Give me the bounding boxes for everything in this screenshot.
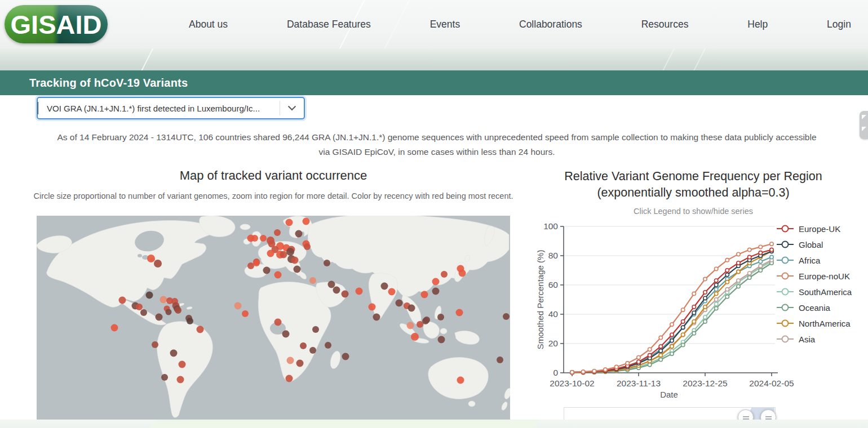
variant-occurrence-dot[interactable] xyxy=(459,270,466,277)
variant-occurrence-dot[interactable] xyxy=(421,291,428,298)
variant-occurrence-dot[interactable] xyxy=(422,318,429,324)
variant-occurrence-dot[interactable] xyxy=(437,314,444,320)
variant-occurrence-dot[interactable] xyxy=(119,297,126,304)
variant-occurrence-dot[interactable] xyxy=(373,314,380,321)
variant-occurrence-dot[interactable] xyxy=(309,277,316,284)
legend-item-africa[interactable]: Africa xyxy=(777,252,867,268)
legend-item-southamerica[interactable]: SouthAmerica xyxy=(777,284,867,300)
variant-occurrence-dot[interactable] xyxy=(286,248,294,256)
variant-occurrence-dot[interactable] xyxy=(441,271,448,278)
legend-item-northamerica[interactable]: NorthAmerica xyxy=(777,315,867,331)
legend-item-global[interactable]: Global xyxy=(777,237,867,252)
variant-occurrence-dot[interactable] xyxy=(324,260,330,266)
variant-occurrence-dot[interactable] xyxy=(282,331,290,338)
variant-occurrence-dot[interactable] xyxy=(274,229,281,236)
variant-occurrence-dot[interactable] xyxy=(396,300,403,307)
variant-occurrence-dot[interactable] xyxy=(342,353,349,360)
variant-occurrence-dot[interactable] xyxy=(432,278,440,286)
variant-occurrence-dot[interactable] xyxy=(170,350,178,357)
variant-occurrence-dot[interactable] xyxy=(147,255,155,262)
variant-occurrence-dot[interactable] xyxy=(291,257,299,264)
variant-occurrence-dot[interactable] xyxy=(411,333,419,341)
variant-occurrence-dot[interactable] xyxy=(356,288,363,295)
variant-occurrence-dot[interactable] xyxy=(260,235,267,242)
variant-occurrence-dot[interactable] xyxy=(263,267,271,274)
variant-occurrence-dot[interactable] xyxy=(287,357,294,364)
variant-occurrence-dot[interactable] xyxy=(251,235,258,242)
variant-occurrence-dot[interactable] xyxy=(274,319,282,326)
variant-occurrence-dot[interactable] xyxy=(187,318,193,324)
variant-occurrence-dot[interactable] xyxy=(154,260,162,268)
variant-occurrence-dot[interactable] xyxy=(296,360,304,367)
variant-occurrence-dot[interactable] xyxy=(457,377,464,384)
variant-occurrence-dot[interactable] xyxy=(342,291,349,298)
variant-occurrence-dot[interactable] xyxy=(274,271,282,279)
variant-occurrence-dot[interactable] xyxy=(146,292,153,299)
variant-select[interactable]: VOI GRA (JN.1+JN.1.*) first detected in … xyxy=(37,97,305,119)
variant-occurrence-dot[interactable] xyxy=(295,230,303,238)
variant-world-map[interactable] xyxy=(37,216,510,420)
variant-occurrence-dot[interactable] xyxy=(179,361,186,368)
side-widget[interactable] xyxy=(860,111,868,139)
variant-occurrence-dot[interactable] xyxy=(333,287,340,294)
variant-occurrence-dot[interactable] xyxy=(497,356,503,363)
legend-item-europe-uk[interactable]: Europe-UK xyxy=(777,221,867,237)
variant-occurrence-dot[interactable] xyxy=(286,375,293,382)
variant-occurrence-dot[interactable] xyxy=(369,304,376,311)
variant-occurrence-dot[interactable] xyxy=(456,309,463,316)
variant-occurrence-dot[interactable] xyxy=(408,305,415,312)
variant-occurrence-dot[interactable] xyxy=(417,321,423,328)
gisaid-logo[interactable]: GISAID xyxy=(5,5,108,43)
variant-occurrence-dot[interactable] xyxy=(197,326,204,333)
variant-occurrence-dot[interactable] xyxy=(432,288,440,295)
world-map-svg[interactable] xyxy=(37,216,510,420)
variant-occurrence-dot[interactable] xyxy=(280,251,287,258)
variant-occurrence-dot[interactable] xyxy=(166,309,172,315)
nav-item-collaborations[interactable]: Collaborations xyxy=(519,19,582,30)
variant-occurrence-dot[interactable] xyxy=(438,336,445,344)
variant-occurrence-dot[interactable] xyxy=(503,313,510,320)
variant-occurrence-dot[interactable] xyxy=(286,219,293,226)
variant-occurrence-dot[interactable] xyxy=(381,283,388,290)
variant-occurrence-dot[interactable] xyxy=(253,260,260,266)
svg-text:Date: Date xyxy=(660,390,678,399)
variant-occurrence-dot[interactable] xyxy=(242,310,249,317)
nav-item-database-features[interactable]: Database Features xyxy=(287,19,371,30)
variant-occurrence-dot[interactable] xyxy=(328,281,335,288)
variant-occurrence-dot[interactable] xyxy=(309,347,316,354)
variant-occurrence-dot[interactable] xyxy=(111,324,118,332)
legend-item-oceania[interactable]: Oceania xyxy=(777,300,867,315)
variant-occurrence-dot[interactable] xyxy=(407,322,414,329)
variant-occurrence-dot[interactable] xyxy=(325,342,331,349)
line-chart-svg[interactable]: 0204060801002023-10-022023-11-132023-12-… xyxy=(535,220,795,401)
variant-occurrence-dot[interactable] xyxy=(267,250,274,257)
legend-item-europe-nouk[interactable]: Europe-noUK xyxy=(777,268,867,284)
nav-item-resources[interactable]: Resources xyxy=(641,19,689,30)
nav-item-about-us[interactable]: About us xyxy=(189,19,228,30)
variant-occurrence-dot[interactable] xyxy=(388,288,396,296)
variant-occurrence-dot[interactable] xyxy=(175,307,181,314)
svg-text:2023-12-25: 2023-12-25 xyxy=(683,378,727,388)
frequency-line-chart[interactable]: 0204060801002023-10-022023-11-132023-12-… xyxy=(535,220,795,401)
legend-item-asia[interactable]: Asia xyxy=(777,331,867,347)
variant-occurrence-dot[interactable] xyxy=(303,218,310,225)
variant-occurrence-dot[interactable] xyxy=(312,326,319,333)
footer-band xyxy=(0,420,868,428)
variant-occurrence-dot[interactable] xyxy=(140,309,147,316)
page-title: Tracking of hCoV-19 Variants xyxy=(29,77,188,90)
variant-occurrence-dot[interactable] xyxy=(304,243,311,250)
chevron-down-icon[interactable] xyxy=(280,105,304,111)
variant-occurrence-dot[interactable] xyxy=(177,376,184,384)
svg-text:2023-10-02: 2023-10-02 xyxy=(550,378,594,388)
variant-occurrence-dot[interactable] xyxy=(294,266,301,273)
variant-occurrence-dot[interactable] xyxy=(156,314,163,321)
variant-occurrence-dot[interactable] xyxy=(234,302,242,310)
nav-item-events[interactable]: Events xyxy=(430,19,460,30)
nav-item-help[interactable]: Help xyxy=(747,19,768,30)
variant-occurrence-dot[interactable] xyxy=(152,341,158,348)
variant-occurrence-dot[interactable] xyxy=(161,374,168,381)
variant-occurrence-dot[interactable] xyxy=(160,296,167,304)
variant-occurrence-dot[interactable] xyxy=(136,304,143,310)
variant-occurrence-dot[interactable] xyxy=(300,342,307,349)
nav-item-login[interactable]: Login xyxy=(827,19,851,30)
